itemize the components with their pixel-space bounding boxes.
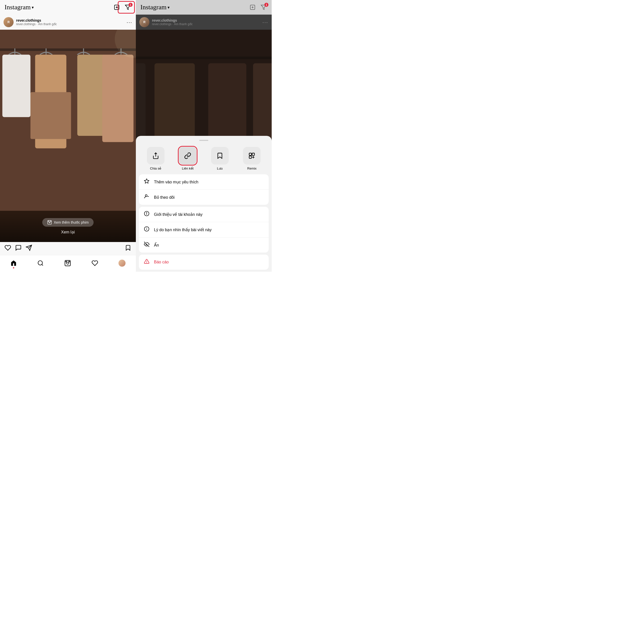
menu-section-3: Báo cáo xyxy=(139,255,269,270)
post-subtitle-right: rever.clothings · Âm thanh gốc xyxy=(152,22,260,26)
nav-reels-left[interactable] xyxy=(64,260,71,266)
avatar-right[interactable]: R xyxy=(139,17,149,27)
left-panel: Instagram ▾ 1 R xyxy=(0,0,136,272)
share-icon xyxy=(152,152,159,159)
svg-rect-41 xyxy=(249,156,252,158)
instagram-logo-left[interactable]: Instagram ▾ xyxy=(5,4,34,11)
avatar-left[interactable]: R xyxy=(4,17,14,27)
username-right[interactable]: rever.clothings xyxy=(152,18,260,22)
svg-point-19 xyxy=(50,221,51,221)
more-options-right[interactable]: ··· xyxy=(262,19,268,25)
quick-action-remix: Remix xyxy=(237,147,267,170)
share-label: Chia sẻ xyxy=(150,167,161,170)
svg-point-46 xyxy=(146,212,147,213)
svg-point-17 xyxy=(49,222,50,223)
svg-rect-34 xyxy=(136,63,145,144)
svg-rect-40 xyxy=(252,153,254,155)
svg-point-18 xyxy=(48,221,49,221)
svg-point-26 xyxy=(66,261,66,262)
svg-rect-11 xyxy=(30,92,71,139)
bottom-nav-left xyxy=(0,255,136,272)
svg-rect-13 xyxy=(102,55,134,142)
nav-home-left[interactable] xyxy=(10,260,17,266)
share-button[interactable] xyxy=(26,245,32,253)
svg-marker-42 xyxy=(144,179,149,183)
remix-label: Remix xyxy=(247,167,257,170)
like-button[interactable] xyxy=(5,245,11,253)
svg-rect-4 xyxy=(0,48,136,51)
add-content-button[interactable] xyxy=(113,4,120,11)
save-button-left[interactable] xyxy=(125,245,131,253)
remix-icon xyxy=(248,152,255,159)
logo-text-right: Instagram xyxy=(140,4,167,11)
menu-section-1: Thêm vào mục yêu thích Bỏ theo dõi xyxy=(139,174,269,205)
post-header-left: R rever.clothings rever.clothings · Âm t… xyxy=(0,15,136,30)
messages-button-right[interactable]: 1 xyxy=(260,4,267,11)
why-post-item[interactable]: Lý do bạn nhìn thấy bài viết này xyxy=(139,222,269,237)
eye-off-icon xyxy=(143,241,150,249)
left-header: Instagram ▾ 1 xyxy=(0,0,136,15)
info-icon xyxy=(143,226,150,233)
home-dot xyxy=(13,267,14,268)
post-info-left: rever.clothings rever.clothings · Âm tha… xyxy=(16,18,124,26)
nav-profile-left[interactable] xyxy=(118,260,126,267)
save-action-button[interactable] xyxy=(211,147,229,165)
comment-button[interactable] xyxy=(15,245,22,253)
svg-point-25 xyxy=(67,262,69,264)
save-label: Lưu xyxy=(217,167,223,170)
notifications-icon xyxy=(92,260,98,266)
quick-action-link: Liên kết xyxy=(173,147,203,170)
sheet-handle xyxy=(199,140,208,141)
media-overlay-left: Xem thêm thước phim Xem lại xyxy=(0,213,136,242)
quick-actions-row: Chia sẻ Liên kết xyxy=(136,145,272,174)
bottom-sheet: Chia sẻ Liên kết xyxy=(136,136,272,272)
action-bar-left xyxy=(0,242,136,255)
add-favorite-item[interactable]: Thêm vào mục yêu thích xyxy=(139,174,269,190)
share-action-button[interactable] xyxy=(147,147,165,165)
reels-icon xyxy=(64,260,71,266)
svg-line-23 xyxy=(42,264,43,266)
unfollow-item[interactable]: Bỏ theo dõi xyxy=(139,190,269,205)
report-item[interactable]: Báo cáo xyxy=(139,255,269,270)
messages-button[interactable]: 1 xyxy=(124,4,131,11)
right-header: Instagram ▾ 1 xyxy=(136,0,272,15)
logo-chevron: ▾ xyxy=(32,5,34,10)
logo-chevron-right: ▾ xyxy=(168,5,170,10)
reel-icon xyxy=(47,220,52,225)
message-badge-right: 1 xyxy=(264,3,268,7)
clothing-illustration xyxy=(0,30,136,242)
home-icon xyxy=(10,260,17,266)
remix-action-button[interactable] xyxy=(243,147,261,165)
about-account-item[interactable]: Giới thiệu về tài khoản này xyxy=(139,207,269,222)
more-options-left[interactable]: ··· xyxy=(127,19,132,25)
svg-rect-32 xyxy=(136,57,272,59)
svg-point-43 xyxy=(145,195,147,196)
link-action-button[interactable] xyxy=(179,147,196,165)
watch-more-button[interactable]: Xem thêm thước phim xyxy=(42,218,94,227)
post-info-right: rever.clothings rever.clothings · Âm tha… xyxy=(152,18,260,26)
nav-search-left[interactable] xyxy=(37,260,44,266)
hide-item[interactable]: Ẩn xyxy=(139,237,269,253)
post-header-right: R rever.clothings rever.clothings · Âm t… xyxy=(136,15,272,30)
svg-point-22 xyxy=(38,261,43,265)
replay-label: Xem lại xyxy=(61,230,75,234)
quick-action-save: Lưu xyxy=(205,147,235,170)
header-actions-left: 1 xyxy=(113,4,131,11)
link-label: Liên kết xyxy=(182,167,193,170)
logo-text: Instagram xyxy=(5,4,31,11)
svg-point-27 xyxy=(69,261,69,262)
post-subtitle-left: rever.clothings · Âm thanh gốc xyxy=(16,22,124,26)
unfollow-text: Bỏ theo dõi xyxy=(154,195,175,200)
report-icon xyxy=(143,259,150,266)
svg-rect-39 xyxy=(249,153,252,155)
add-content-button-right[interactable] xyxy=(249,4,256,11)
replay-button[interactable]: Xem lại xyxy=(61,230,75,234)
watch-more-label: Xem thêm thước phim xyxy=(54,220,89,224)
svg-rect-12 xyxy=(77,55,105,136)
profile-avatar-left xyxy=(118,260,126,267)
unfollow-icon xyxy=(143,194,150,201)
instagram-logo-right[interactable]: Instagram ▾ xyxy=(140,4,170,11)
nav-heart-left[interactable] xyxy=(92,260,98,266)
username-left[interactable]: rever.clothings xyxy=(16,18,124,22)
right-panel: Instagram ▾ 1 R rever.clot xyxy=(136,0,272,272)
